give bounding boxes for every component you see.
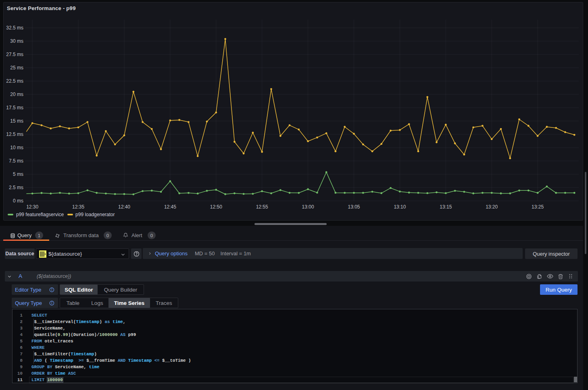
svg-text:12.5 ms: 12.5 ms [6,131,23,137]
svg-text:22.5 ms: 22.5 ms [6,78,23,84]
svg-text:13:00: 13:00 [302,204,314,210]
svg-text:13:25: 13:25 [532,204,544,210]
svg-text:12:35: 12:35 [72,204,84,210]
svg-text:12:45: 12:45 [164,204,176,210]
svg-text:13:05: 13:05 [348,204,360,210]
svg-text:13:10: 13:10 [394,204,406,210]
svg-text:12:40: 12:40 [118,204,130,210]
svg-text:30 ms: 30 ms [10,38,23,44]
svg-text:5 ms: 5 ms [13,171,23,177]
svg-text:13:15: 13:15 [440,204,452,210]
svg-text:15 ms: 15 ms [10,118,23,124]
svg-text:7.5 ms: 7.5 ms [9,158,23,164]
svg-text:12:55: 12:55 [256,204,268,210]
svg-text:10 ms: 10 ms [10,145,23,150]
svg-text:2.5 ms: 2.5 ms [9,185,23,190]
svg-text:0 ms: 0 ms [13,198,23,204]
svg-text:13:20: 13:20 [486,204,498,210]
svg-text:32.5 ms: 32.5 ms [6,25,23,31]
svg-text:27.5 ms: 27.5 ms [6,52,23,57]
svg-text:12:50: 12:50 [210,204,222,210]
svg-text:17.5 ms: 17.5 ms [6,105,23,111]
svg-text:12:30: 12:30 [26,204,38,210]
svg-text:25 ms: 25 ms [10,65,23,71]
svg-text:20 ms: 20 ms [10,92,23,97]
